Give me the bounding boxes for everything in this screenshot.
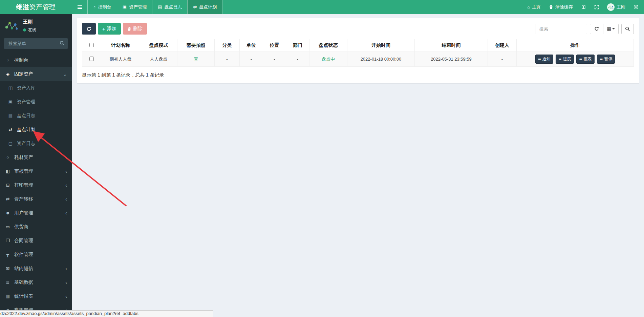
circle-icon: ○ xyxy=(5,155,11,160)
col-department: 部门 xyxy=(286,39,309,52)
sidebar-item-fixed-assets[interactable]: ◈ 固定资产 ⌄ xyxy=(0,67,72,81)
table-panel: + 添加 删除 ▦ xyxy=(77,18,639,83)
sidebar-item-audit[interactable]: ◧ 审核管理 ‹ xyxy=(0,164,72,178)
advanced-search-button[interactable] xyxy=(621,24,634,34)
fullscreen-button[interactable] xyxy=(594,5,599,9)
menu-label: 固定资产 xyxy=(14,71,33,77)
cell-location: - xyxy=(263,52,286,67)
chevron-down-icon: ⌄ xyxy=(63,71,67,77)
home-icon: ⌂ xyxy=(527,4,530,9)
sidebar-item-consumables[interactable]: ○ 耗材资产 ‹ xyxy=(0,150,72,164)
action-label: 通知 xyxy=(542,56,551,62)
chevron-left-icon: ‹ xyxy=(65,210,67,216)
sitemap-icon: ┳ xyxy=(5,252,11,257)
tab-inventory-plan[interactable]: ⇄ 盘点计划 xyxy=(187,0,222,14)
tab-label: 资产管理 xyxy=(129,4,147,10)
cubes-icon: ◈ xyxy=(5,71,11,77)
menu-label: 打印管理 xyxy=(14,182,33,188)
sidebar-search xyxy=(4,38,68,49)
user-status[interactable]: 在线 xyxy=(23,27,36,33)
row-checkbox[interactable] xyxy=(89,57,94,61)
brand-rest: 资产管理 xyxy=(29,3,56,10)
col-status: 盘点状态 xyxy=(309,39,347,52)
add-button[interactable]: + 添加 xyxy=(98,23,121,35)
sidebar-item-messages[interactable]: ✉ 站内短信 ‹ xyxy=(0,261,72,275)
avatar xyxy=(607,3,615,11)
book-icon xyxy=(581,5,586,9)
delete-button[interactable]: 删除 xyxy=(123,23,147,35)
top-header: 维溢资产管理 ◔ 控制台 ▣ 资产管理 ▤ 盘点日志 ⇄ 盘点计划 xyxy=(0,0,644,14)
list-icon: ≣ xyxy=(538,57,541,61)
chevron-left-icon: ‹ xyxy=(65,279,67,285)
avatar xyxy=(4,18,19,33)
menu-label: 审核管理 xyxy=(14,168,33,174)
sidebar-item-statistics[interactable]: ▥ 统计报表 ‹ xyxy=(0,289,72,303)
sidebar-item-suppliers[interactable]: ▭ 供货商 xyxy=(0,220,72,234)
search-icon[interactable] xyxy=(60,41,65,46)
tab-asset-management[interactable]: ▣ 资产管理 xyxy=(117,0,152,14)
menu-label: 合同管理 xyxy=(14,238,33,244)
cell-start-time: 2022-01-18 00:00:00 xyxy=(347,52,415,67)
select-all-cell xyxy=(82,39,101,52)
menu-search-input[interactable] xyxy=(4,38,68,49)
exchange-icon: ⇄ xyxy=(193,5,197,9)
bar-chart-icon: ▥ xyxy=(5,294,11,299)
table-toolbar: + 添加 删除 ▦ xyxy=(82,23,634,35)
menu-label: 站内短信 xyxy=(14,266,33,272)
tab-label: 盘点日志 xyxy=(164,4,182,10)
settings-button[interactable] xyxy=(634,4,639,9)
sidebar-item-print[interactable]: ⊟ 打印管理 ‹ xyxy=(0,178,72,192)
progress-button[interactable]: ≣进度 xyxy=(556,55,574,64)
menu-label: 基础数据 xyxy=(14,279,33,286)
clear-cache-button[interactable]: 清除缓存 xyxy=(549,4,573,10)
sidebar-item-contracts[interactable]: ❐ 合同管理 xyxy=(0,234,72,248)
sidebar-item-inventory-log[interactable]: ▤ 盘点日志 xyxy=(0,109,72,123)
plus-icon: + xyxy=(102,26,105,31)
docs-button[interactable] xyxy=(581,5,586,9)
sidebar-item-asset-transfer[interactable]: ⇄ 资产转移 ‹ xyxy=(0,192,72,206)
menu-label: 资产日志 xyxy=(17,141,35,147)
columns-button[interactable]: ▦ xyxy=(603,24,619,34)
tab-dashboard[interactable]: ◔ 控制台 xyxy=(87,0,117,14)
sidebar-item-asset-management[interactable]: ▣ 资产管理 xyxy=(0,95,72,109)
tab-inventory-log[interactable]: ▤ 盘点日志 xyxy=(152,0,187,14)
col-start-time: 开始时间 xyxy=(347,39,415,52)
menu-label: 供货商 xyxy=(14,224,28,230)
home-link[interactable]: ⌂ 主页 xyxy=(527,4,541,10)
dashboard-icon: ◔ xyxy=(93,5,96,9)
sidebar-item-base-data[interactable]: ≣ 基础数据 ‹ xyxy=(0,275,72,289)
sidebar-item-asset-log[interactable]: ▢ 资产日志 xyxy=(0,136,72,150)
user-name: 王刚 xyxy=(617,4,625,10)
notify-button[interactable]: ≣通知 xyxy=(535,55,553,64)
fixed-assets-submenu: ◫ 资产入库 ▣ 资产管理 ▤ 盘点日志 ⇄ 盘点计划 ▢ 资产日志 xyxy=(0,81,72,150)
cell-category: - xyxy=(215,52,240,67)
list-icon: ≣ xyxy=(579,57,582,61)
col-mode: 盘点模式 xyxy=(140,39,177,52)
sidebar-item-asset-inbound[interactable]: ◫ 资产入库 xyxy=(0,81,72,95)
database-icon: ≣ xyxy=(5,280,11,285)
delete-label: 删除 xyxy=(133,26,143,32)
trash-icon xyxy=(549,5,553,9)
user-info: 王刚 在线 xyxy=(23,19,36,33)
chevron-left-icon: ‹ xyxy=(65,196,67,202)
select-all-checkbox[interactable] xyxy=(89,43,94,47)
user-menu[interactable]: 王刚 xyxy=(607,3,625,11)
refresh-button[interactable] xyxy=(82,23,96,35)
table-search-input[interactable] xyxy=(536,24,587,34)
sidebar: 王刚 在线 ◔ 控制台 ◈ 固定资产 ⌄ ◫ 资产入库 xyxy=(0,14,72,317)
col-category: 分类 xyxy=(215,39,240,52)
refresh-table-button[interactable] xyxy=(590,24,603,34)
hamburger-icon xyxy=(78,5,82,9)
pause-button[interactable]: ≣暂停 xyxy=(597,55,615,64)
list-icon: ≣ xyxy=(558,57,561,61)
sidebar-item-users[interactable]: ☻ 用户管理 ‹ xyxy=(0,206,72,220)
sidebar-menu: ◔ 控制台 ◈ 固定资产 ⌄ ◫ 资产入库 ▣ 资产管理 ▤ 盘点日志 xyxy=(0,53,72,317)
sidebar-toggle-button[interactable] xyxy=(72,0,87,14)
sidebar-item-inventory-plan[interactable]: ⇄ 盘点计划 xyxy=(0,123,72,136)
app-brand[interactable]: 维溢资产管理 xyxy=(0,0,72,14)
sidebar-item-software[interactable]: ┳ 软件管理 xyxy=(0,248,72,261)
table-view-controls: ▦ xyxy=(590,24,619,34)
sidebar-item-dashboard[interactable]: ◔ 控制台 xyxy=(0,53,72,67)
report-button[interactable]: ≣报表 xyxy=(576,55,594,64)
col-need-photo: 需要拍照 xyxy=(177,39,215,52)
